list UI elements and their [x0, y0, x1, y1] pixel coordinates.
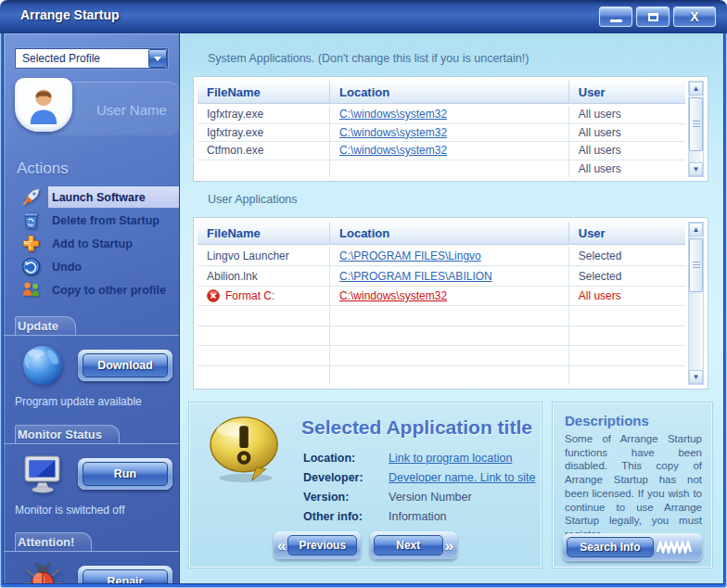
user-table-header-user[interactable]: User: [568, 222, 685, 244]
system-apps-label: System Applications. (Don't change this …: [208, 52, 529, 65]
profile-select[interactable]: Selected Profile: [15, 48, 168, 69]
thumb-ridges-icon: [693, 121, 700, 129]
table-row[interactable]: [198, 326, 685, 345]
globe-icon: [20, 343, 65, 388]
action-item-add-to-startup[interactable]: Add to Startup: [4, 232, 179, 255]
table-row[interactable]: Format C:C:\windows\system32All users: [198, 286, 685, 305]
detail-fields: Location:Link to program locationDevelop…: [303, 452, 535, 523]
search-info-button[interactable]: Search Info: [563, 533, 702, 561]
previous-button-label: Previous: [287, 535, 357, 556]
cell-user: [568, 326, 685, 345]
cell-filename: [198, 346, 329, 364]
user-apps-table: FileNameLocationUserLingvo LauncherC:\PR…: [193, 217, 708, 390]
location-link[interactable]: C:\windows\system32: [339, 144, 447, 157]
chevrons-left-icon: «: [277, 538, 286, 554]
cell-user: [568, 366, 685, 385]
table-row[interactable]: Ctfmon.exeC:\windows\system32All users: [198, 141, 685, 160]
maximize-button[interactable]: [636, 6, 670, 27]
location-link[interactable]: C:\windows\system32: [339, 289, 447, 302]
section-row-update: Download: [20, 342, 179, 389]
exclamation-bubble-icon: [205, 415, 285, 485]
tab-update[interactable]: Update: [15, 316, 76, 336]
descriptions-panel: Descriptions Some of Arrange Startup fun…: [553, 403, 712, 568]
rocket-icon: [19, 186, 43, 209]
cell-location: C:\windows\system32: [329, 124, 568, 142]
table-row[interactable]: Igfxtray.exeC:\windows\system32All users: [198, 106, 685, 123]
nav-buttons: « Previous Next »: [190, 531, 541, 559]
detail-label: Other info:: [303, 510, 389, 523]
detail-link[interactable]: Developer name. Link to site: [389, 471, 535, 484]
previous-button[interactable]: « Previous: [274, 531, 361, 559]
chevrons-right-icon: »: [445, 538, 453, 554]
cell-location: C:\PROGRAM FILES\Lingvo: [329, 247, 568, 265]
detail-value: Information: [389, 510, 535, 523]
system-table-scroll-thumb[interactable]: [689, 97, 703, 151]
close-button[interactable]: X: [673, 6, 716, 27]
plus-icon: [19, 233, 43, 255]
action-label: Copy to other profile: [52, 284, 166, 297]
section-row-monitor-status: Run: [20, 451, 179, 497]
titlebar[interactable]: Arrange Startup X: [0, 0, 727, 33]
user-table-scroll-thumb[interactable]: [689, 238, 703, 292]
cell-location: [329, 160, 568, 178]
table-row[interactable]: [198, 365, 685, 385]
www-zigzag-icon: [656, 540, 698, 555]
user-table-header-filename[interactable]: FileName: [198, 222, 329, 244]
scroll-down-icon[interactable]: ▼: [689, 370, 703, 384]
table-row[interactable]: Igfxtray.exeC:\windows\system32All users: [198, 123, 685, 142]
cell-location: C:\windows\system32: [329, 287, 568, 305]
cell-user: Selected: [568, 266, 685, 285]
system-table-scroll-track[interactable]: [689, 96, 703, 162]
table-row[interactable]: [198, 345, 685, 364]
download-button[interactable]: Download: [78, 350, 172, 381]
location-link[interactable]: C:\windows\system32: [339, 126, 447, 139]
scroll-up-icon[interactable]: ▲: [689, 82, 703, 96]
profile-dropdown-button[interactable]: [148, 49, 167, 68]
location-link[interactable]: C:\windows\system32: [339, 108, 447, 121]
user-icon: [22, 84, 65, 125]
actions-list: Launch SoftwareDelete from StartupAdd to…: [4, 185, 179, 301]
next-button-label: Next: [374, 535, 443, 556]
user-table-header-location[interactable]: Location: [329, 222, 568, 244]
table-row[interactable]: Abilion.lnkC:\PROGRAM FILES\ABILIONSelec…: [198, 265, 685, 285]
user-table-scrollbar[interactable]: ▲▼: [688, 222, 704, 385]
run-button[interactable]: Run: [78, 458, 172, 490]
action-item-undo[interactable]: Undo: [4, 255, 179, 278]
system-table-header-user[interactable]: User: [568, 81, 685, 103]
repair-button[interactable]: Repair: [78, 566, 172, 583]
users-icon: [19, 279, 43, 301]
action-item-launch-software[interactable]: Launch Software: [4, 185, 179, 209]
cell-filename: [198, 366, 329, 385]
scroll-down-icon[interactable]: ▼: [689, 162, 703, 176]
window-title: Arrange Startup: [20, 7, 120, 22]
next-button[interactable]: Next »: [370, 531, 457, 559]
action-label: Launch Software: [52, 191, 146, 204]
section-tab-attention: Attention!: [4, 531, 179, 552]
detail-label: Version:: [303, 491, 389, 504]
action-item-copy-to-other-profile[interactable]: Copy to other profile: [4, 278, 179, 301]
action-item-delete-from-startup[interactable]: Delete from Startup: [4, 209, 179, 232]
system-table-grid: FileNameLocationUserIgfxtray.exeC:\windo…: [198, 81, 685, 177]
minimize-button[interactable]: [599, 6, 632, 27]
system-table-scrollbar[interactable]: ▲▼: [688, 81, 704, 177]
location-link[interactable]: C:\PROGRAM FILES\Lingvo: [339, 249, 481, 262]
table-row[interactable]: Lingvo LauncherC:\PROGRAM FILES\LingvoSe…: [198, 247, 685, 265]
user-table-header-row: FileNameLocationUser: [198, 222, 685, 245]
location-link[interactable]: C:\PROGRAM FILES\ABILION: [339, 270, 492, 283]
section-tab-update: Update: [4, 315, 179, 336]
cell-location: C:\windows\system32: [329, 142, 568, 160]
tab-monitor-status[interactable]: Monitor Status: [15, 425, 120, 444]
user-table-scroll-track[interactable]: [689, 236, 703, 370]
detail-link[interactable]: Link to program location: [389, 452, 512, 465]
detail-value: Link to program location: [389, 452, 535, 465]
table-row[interactable]: [198, 305, 685, 325]
selected-application-title: Selected Application title: [301, 416, 532, 439]
user-table-rows: Lingvo LauncherC:\PROGRAM FILES\LingvoSe…: [198, 245, 685, 385]
repair-button-label: Repair: [83, 569, 168, 583]
tab-attention[interactable]: Attention!: [15, 532, 92, 552]
system-table-header-filename[interactable]: FileName: [198, 81, 329, 103]
system-table-header-location[interactable]: Location: [329, 81, 568, 103]
table-row[interactable]: All users: [198, 160, 685, 178]
cell-filename: Igfxtray.exe: [198, 124, 329, 142]
scroll-up-icon[interactable]: ▲: [689, 223, 703, 236]
